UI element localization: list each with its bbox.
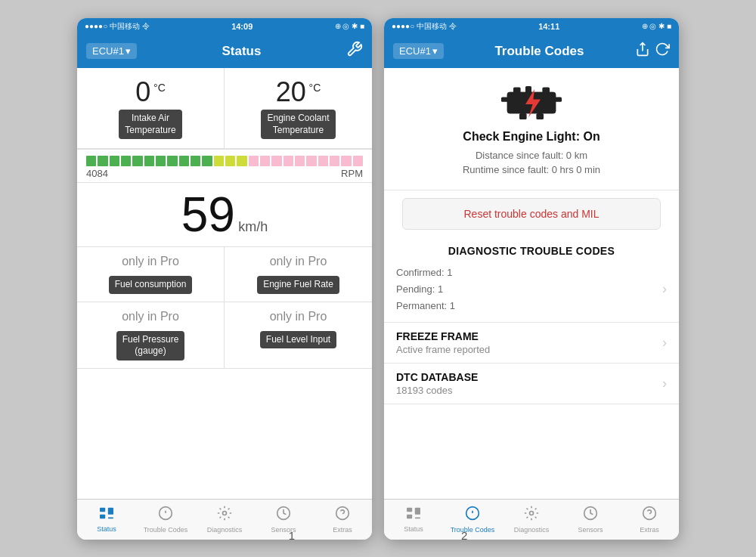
tab-icon-sensors-2 xyxy=(583,506,598,525)
tab-label-status-1: Status xyxy=(97,525,116,533)
check-engine-detail: Distance since fault: 0 km Runtime since… xyxy=(463,148,600,178)
tab-icon-status-1 xyxy=(98,506,115,524)
sensor-cell-1: 20 °C Engine CoolantTemperature xyxy=(225,68,372,150)
rpm-seg-p10 xyxy=(353,156,363,166)
tab-icon-diag-2 xyxy=(524,506,539,525)
tab-bar-1: Status Trouble Codes xyxy=(77,499,372,540)
rpm-seg-g2 xyxy=(98,156,107,166)
tab-icon-extras-1 xyxy=(335,506,350,525)
dtc-row[interactable]: Confirmed: 1 Pending: 1 Permanent: 1 › xyxy=(384,260,679,323)
tab-sensors-2[interactable]: Sensors xyxy=(561,500,620,540)
tab-sensors-1[interactable]: Sensors xyxy=(254,500,313,540)
tab-status-2[interactable]: Status xyxy=(384,500,443,540)
tab-label-extras-1: Extras xyxy=(333,526,352,534)
rpm-seg-p5 xyxy=(295,156,305,166)
sensor-value-1: 20 °C xyxy=(234,77,363,107)
nav-left-2: ECU#1 ▾ xyxy=(393,43,444,59)
rpm-seg-y2 xyxy=(225,156,235,166)
tab-icon-status-2 xyxy=(405,506,422,524)
refresh-button[interactable] xyxy=(655,42,670,60)
time-1: 14:09 xyxy=(231,22,253,31)
svg-rect-3 xyxy=(108,517,113,518)
svg-rect-24 xyxy=(415,517,420,518)
pro-cell-1: only in Pro Engine Fuel Rate xyxy=(225,247,372,302)
reset-button[interactable]: Reset trouble codes and MIL xyxy=(402,198,661,230)
tab-trouble-2[interactable]: Trouble Codes xyxy=(443,500,502,540)
reset-section: Reset trouble codes and MIL xyxy=(384,190,679,236)
freeze-title: FREEZE FRAME xyxy=(396,330,490,342)
svg-rect-15 xyxy=(513,87,521,93)
rpm-seg-g7 xyxy=(156,156,166,166)
sensor-value-0: 0 °C xyxy=(86,77,215,107)
share-button[interactable] xyxy=(635,41,650,61)
tab-diag-1[interactable]: Diagnostics xyxy=(195,500,254,540)
rpm-seg-g11 xyxy=(202,156,212,166)
pro-sensor-2: Fuel Pressure(gauge) xyxy=(116,331,185,361)
rpm-bar xyxy=(86,156,363,166)
tab-diag-2[interactable]: Diagnostics xyxy=(502,500,561,540)
dtc-details: Confirmed: 1 Pending: 1 Permanent: 1 xyxy=(396,265,455,314)
dtc-section-header: DIAGNOSTIC TROUBLE CODES xyxy=(384,236,679,260)
freeze-frame-row[interactable]: FREEZE FRAME Active frame reported › xyxy=(384,323,679,364)
svg-rect-17 xyxy=(542,87,550,93)
tab-label-diag-1: Diagnostics xyxy=(207,526,243,534)
ecu-button-2[interactable]: ECU#1 ▾ xyxy=(393,43,444,59)
rpm-seg-p9 xyxy=(341,156,351,166)
tab-label-trouble-1: Trouble Codes xyxy=(144,526,188,534)
status-bar-2: ●●●●○ 中国移动 令 14:11 ⊕ ◎ ✱ ■ xyxy=(384,18,679,35)
sensor-cell-0: 0 °C Intake AirTemperature xyxy=(77,68,225,150)
nav-bar-1: ECU#1 ▾ Status xyxy=(77,35,372,68)
tab-trouble-1[interactable]: Trouble Codes xyxy=(136,500,195,540)
rpm-seg-y1 xyxy=(214,156,224,166)
dtc-chevron: › xyxy=(662,281,667,297)
tab-extras-1[interactable]: Extras xyxy=(313,500,372,540)
carrier-1: ●●●●○ 中国移动 令 xyxy=(85,21,150,32)
rpm-seg-p4 xyxy=(284,156,293,166)
dtc-db-sub: 18193 codes xyxy=(396,385,478,396)
svg-rect-18 xyxy=(519,113,527,119)
rpm-seg-g8 xyxy=(167,156,177,166)
nav-right-1 xyxy=(346,41,363,61)
tab-bar-2: Status Trouble Codes xyxy=(384,499,679,540)
svg-rect-0 xyxy=(100,507,105,511)
rpm-seg-g6 xyxy=(144,156,154,166)
rpm-seg-g4 xyxy=(121,156,131,166)
screenshot-container: ●●●●○ 中国移动 令 14:09 ⊕ ◎ ✱ ■ ECU#1 ▾ Statu… xyxy=(0,0,756,557)
nav-bar-2: ECU#1 ▾ Trouble Codes xyxy=(384,35,679,68)
ecu-button-1[interactable]: ECU#1 ▾ xyxy=(86,43,137,59)
rpm-seg-g10 xyxy=(191,156,200,166)
phone-1: ●●●●○ 中国移动 令 14:09 ⊕ ◎ ✱ ■ ECU#1 ▾ Statu… xyxy=(77,18,372,540)
rpm-seg-p6 xyxy=(306,156,316,166)
dtc-database-row[interactable]: DTC DATABASE 18193 codes › xyxy=(384,364,679,404)
status-icons-2: ⊕ ◎ ✱ ■ xyxy=(642,22,671,30)
tab-status-1[interactable]: Status xyxy=(77,500,136,540)
svg-rect-2 xyxy=(100,514,105,518)
tab-label-extras-2: Extras xyxy=(640,526,659,534)
status-bar-1: ●●●●○ 中国移动 令 14:09 ⊕ ◎ ✱ ■ xyxy=(77,18,372,35)
speed-section: 59 km/h xyxy=(77,183,372,247)
tab-label-sensors-2: Sensors xyxy=(578,526,603,534)
tab-extras-2[interactable]: Extras xyxy=(620,500,679,540)
rpm-section: 4084 RPM xyxy=(77,150,372,183)
speed-value: 59 xyxy=(181,187,235,242)
rpm-seg-p2 xyxy=(260,156,270,166)
tab-label-status-2: Status xyxy=(404,525,423,533)
svg-rect-1 xyxy=(108,507,113,514)
nav-title-1: Status xyxy=(222,44,261,59)
nav-title-2: Trouble Codes xyxy=(494,44,584,59)
tab-icon-trouble-1 xyxy=(158,506,173,525)
check-engine-icon xyxy=(501,80,562,122)
pro-text-1: only in Pro xyxy=(234,255,363,268)
svg-rect-19 xyxy=(536,113,544,119)
sensor-grid: 0 °C Intake AirTemperature 20 °C Engine … xyxy=(77,68,372,150)
tab-label-trouble-2: Trouble Codes xyxy=(451,526,495,534)
rpm-unit: RPM xyxy=(341,168,363,179)
sensor-label-1: Engine CoolantTemperature xyxy=(261,110,335,139)
nav-left-1: ECU#1 ▾ xyxy=(86,43,137,59)
rpm-seg-p8 xyxy=(330,156,339,166)
dtc-db-title: DTC DATABASE xyxy=(396,371,478,383)
freeze-chevron: › xyxy=(662,335,667,351)
svg-rect-16 xyxy=(525,86,531,94)
wrench-icon-button[interactable] xyxy=(346,41,363,61)
svg-rect-14 xyxy=(553,97,562,101)
